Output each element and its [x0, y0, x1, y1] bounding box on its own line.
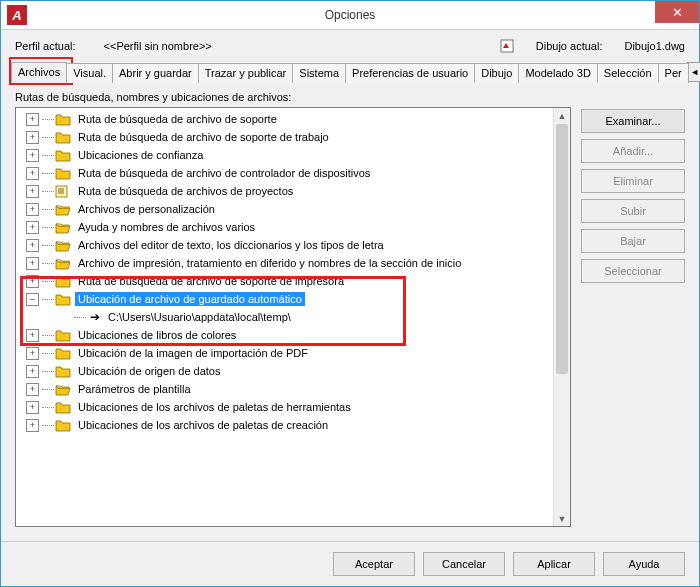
tree-item-label: Ruta de búsqueda de archivo de soporte d… — [75, 130, 332, 144]
cancel-button[interactable]: Cancelar — [423, 552, 505, 576]
folder-icon — [55, 329, 71, 342]
tree-item-label: Ruta de búsqueda de archivo de soporte — [75, 112, 280, 126]
tree-item[interactable]: –Ubicación de archivo de guardado automá… — [16, 290, 570, 308]
scrollbar[interactable]: ▲ ▼ — [553, 108, 570, 526]
tab-selecci-n[interactable]: Selección — [597, 63, 659, 83]
folder-open-icon — [55, 383, 71, 396]
tree-item[interactable]: +Ubicación de la imagen de importación d… — [16, 344, 570, 362]
expander-icon[interactable]: + — [26, 131, 39, 144]
profile-row: Perfil actual: <<Perfil sin nombre>> Dib… — [11, 36, 689, 60]
ok-button[interactable]: Aceptar — [333, 552, 415, 576]
tree-item[interactable]: +Archivos de personalización — [16, 200, 570, 218]
expander-icon[interactable]: + — [26, 167, 39, 180]
arrow-icon: ➔ — [87, 310, 103, 324]
expander-icon[interactable]: + — [26, 365, 39, 378]
tree-item[interactable]: +Ubicaciones de confianza — [16, 146, 570, 164]
folder-icon — [55, 401, 71, 414]
expander-icon[interactable]: + — [26, 149, 39, 162]
folder-icon — [55, 149, 71, 162]
tree-item-label: Ruta de búsqueda de archivo de controlad… — [75, 166, 373, 180]
folder-icon — [55, 347, 71, 360]
tree-item[interactable]: +Ruta de búsqueda de archivo de soporte … — [16, 128, 570, 146]
tree-item[interactable]: +Ayuda y nombres de archivos varios — [16, 218, 570, 236]
tab-trazar-y-publicar[interactable]: Trazar y publicar — [198, 63, 294, 83]
tree-item[interactable]: +Ubicaciones de los archivos de paletas … — [16, 398, 570, 416]
tree-item-label: Ubicaciones de confianza — [75, 148, 206, 162]
titlebar: A Opciones ✕ — [1, 1, 699, 30]
project-icon — [55, 185, 71, 198]
tree-item[interactable]: +Archivo de impresión, tratamiento en di… — [16, 254, 570, 272]
folder-icon — [55, 275, 71, 288]
expander-icon[interactable]: + — [26, 185, 39, 198]
tab-modelado-3d[interactable]: Modelado 3D — [518, 63, 597, 83]
expander-icon[interactable]: + — [26, 221, 39, 234]
expander-icon[interactable]: + — [26, 275, 39, 288]
tree-item-label: Ubicaciones de los archivos de paletas d… — [75, 418, 331, 432]
expander-icon[interactable]: + — [26, 419, 39, 432]
tree-item-label: Archivos de personalización — [75, 202, 218, 216]
profile-label: Perfil actual: — [15, 40, 76, 52]
dialog-footer: Aceptar Cancelar Aplicar Ayuda — [1, 541, 699, 586]
tree-item-label: Parámetros de plantilla — [75, 382, 194, 396]
expander-icon[interactable]: – — [26, 293, 39, 306]
examinar--button[interactable]: Examinar... — [581, 109, 685, 133]
tree-item-label: Ubicación de la imagen de importación de… — [75, 346, 311, 360]
tree-item-label: Ayuda y nombres de archivos varios — [75, 220, 258, 234]
tree-item[interactable]: +Parámetros de plantilla — [16, 380, 570, 398]
folder-open-icon — [55, 203, 71, 216]
tree-item[interactable]: +Ubicaciones de libros de colores — [16, 326, 570, 344]
tree-item[interactable]: +Ubicaciones de los archivos de paletas … — [16, 416, 570, 434]
tree-item[interactable]: +Ruta de búsqueda de archivo de soporte … — [16, 272, 570, 290]
tab-per[interactable]: Per — [658, 63, 689, 83]
tab-sistema[interactable]: Sistema — [292, 63, 346, 83]
tree-item[interactable]: +Ubicación de origen de datos — [16, 362, 570, 380]
expander-icon[interactable]: + — [26, 257, 39, 270]
tab-archivos[interactable]: Archivos — [11, 62, 67, 83]
expander-icon[interactable]: + — [26, 329, 39, 342]
folder-icon — [55, 293, 71, 306]
tree-item-child[interactable]: ➔C:\Users\Usuario\appdata\local\temp\ — [16, 308, 570, 326]
folder-icon — [55, 113, 71, 126]
expander-icon[interactable]: + — [26, 239, 39, 252]
bajar-button: Bajar — [581, 229, 685, 253]
help-button[interactable]: Ayuda — [603, 552, 685, 576]
tree-item-label: Ubicaciones de libros de colores — [75, 328, 239, 342]
expander-icon[interactable]: + — [26, 113, 39, 126]
tree-item-label: Archivo de impresión, tratamiento en dif… — [75, 256, 464, 270]
tree-view[interactable]: ▲ ▼ +Ruta de búsqueda de archivo de sopo… — [15, 107, 571, 527]
tab-visual-[interactable]: Visual. — [66, 63, 113, 83]
apply-button[interactable]: Aplicar — [513, 552, 595, 576]
tree-item-label: Ruta de búsqueda de archivo de soporte d… — [75, 274, 347, 288]
tab-abrir-y-guardar[interactable]: Abrir y guardar — [112, 63, 199, 83]
tab-body: Rutas de búsqueda, nombres y ubicaciones… — [11, 83, 689, 531]
tree-item[interactable]: +Ruta de búsqueda de archivos de proyect… — [16, 182, 570, 200]
tree-item-label: Ubicación de origen de datos — [75, 364, 223, 378]
options-dialog: A Opciones ✕ Perfil actual: <<Perfil sin… — [0, 0, 700, 587]
close-button[interactable]: ✕ — [655, 1, 699, 23]
folder-open-icon — [55, 257, 71, 270]
tree-item[interactable]: +Ruta de búsqueda de archivo de controla… — [16, 164, 570, 182]
seleccionar-button: Seleccionar — [581, 259, 685, 283]
tree-item[interactable]: +Ruta de búsqueda de archivo de soporte — [16, 110, 570, 128]
expander-icon[interactable]: + — [26, 347, 39, 360]
folder-open-icon — [55, 221, 71, 234]
scroll-thumb[interactable] — [556, 124, 568, 374]
expander-icon[interactable]: + — [26, 401, 39, 414]
folder-icon — [55, 419, 71, 432]
tab-preferencias-de-usuario[interactable]: Preferencias de usuario — [345, 63, 475, 83]
expander-icon[interactable]: + — [26, 383, 39, 396]
tree-item[interactable]: +Archivos del editor de texto, los dicci… — [16, 236, 570, 254]
scroll-up-icon[interactable]: ▲ — [554, 108, 570, 123]
drawing-value: Dibujo1.dwg — [624, 40, 685, 52]
tree-item-label: Ubicaciones de los archivos de paletas d… — [75, 400, 354, 414]
folder-icon — [55, 131, 71, 144]
scroll-down-icon[interactable]: ▼ — [554, 511, 570, 526]
content-area: Perfil actual: <<Perfil sin nombre>> Dib… — [1, 30, 699, 541]
eliminar-button: Eliminar — [581, 169, 685, 193]
tab-dibujo[interactable]: Dibujo — [474, 63, 519, 83]
tree-title: Rutas de búsqueda, nombres y ubicaciones… — [15, 91, 571, 103]
drawing-icon — [500, 39, 514, 53]
folder-icon — [55, 167, 71, 180]
expander-icon[interactable]: + — [26, 203, 39, 216]
tab-strip: ArchivosVisual.Abrir y guardarTrazar y p… — [11, 60, 689, 83]
